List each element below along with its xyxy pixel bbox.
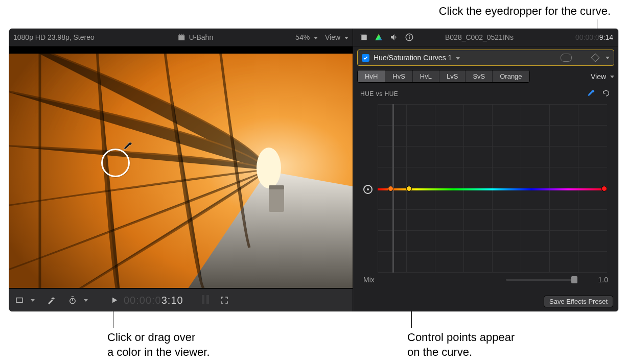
svg-rect-8	[206, 295, 209, 304]
inspector-view-label: View	[591, 72, 606, 81]
viewer-format: 1080p HD 23.98p, Stereo	[13, 33, 95, 41]
curve-tabs: HvH HvS HvL LvS SvS Orange View	[357, 70, 614, 83]
tab-lvs[interactable]: LvS	[439, 70, 466, 82]
loupe-icon	[101, 149, 130, 177]
tab-hvl[interactable]: HvL	[413, 70, 439, 82]
tab-hvs[interactable]: HvS	[385, 70, 413, 82]
inspector-tc-lit: 9:14	[599, 33, 613, 41]
svg-rect-4	[269, 185, 284, 189]
mix-value: 1.0	[588, 276, 608, 284]
control-point[interactable]	[406, 186, 412, 191]
retime-icon[interactable]	[67, 295, 78, 305]
svg-rect-5	[16, 298, 22, 303]
effect-name[interactable]: Hue/Saturation Curves 1	[374, 54, 556, 62]
effect-enabled-checkbox[interactable]	[362, 54, 369, 62]
video-inspector-icon[interactable]	[358, 32, 368, 42]
crop-menu-icon[interactable]	[14, 295, 25, 305]
svg-rect-14	[409, 37, 410, 39]
annotation-viewer-l1: Click or drag over	[107, 331, 195, 344]
viewer-top-bar: 1080p HD 23.98p, Stereo U-Bahn 54% View	[9, 29, 353, 46]
curve-title: HUE vs HUE	[360, 90, 398, 98]
eyedropper-icon	[122, 141, 133, 153]
inspector-top-bar: B028_C002_0521INs 00:00:09:14	[353, 29, 618, 46]
svg-point-2	[257, 148, 281, 188]
transport-timecode: 00:00:03:10	[124, 295, 183, 306]
eyedropper-cursor	[101, 149, 132, 179]
svg-rect-7	[202, 295, 204, 304]
effect-header[interactable]: Hue/Saturation Curves 1	[357, 50, 614, 66]
audio-meter	[201, 293, 211, 308]
hue-gradient	[378, 188, 607, 190]
save-effects-preset-button[interactable]: Save Effects Preset	[544, 296, 613, 307]
chevron-down-icon	[344, 37, 348, 39]
slider-thumb[interactable]	[571, 276, 577, 283]
fullscreen-icon[interactable]	[219, 295, 229, 305]
effect-name-label: Hue/Saturation Curves 1	[374, 54, 452, 62]
curve-eyedropper-icon[interactable]	[586, 89, 596, 99]
control-point[interactable]	[388, 186, 393, 191]
chevron-down-icon	[84, 299, 88, 302]
audio-inspector-icon[interactable]	[389, 32, 399, 42]
annotation-viewer-l2: a color in the viewer.	[107, 346, 210, 358]
tab-svs[interactable]: SvS	[466, 70, 493, 82]
viewer-view-label: View	[325, 33, 340, 41]
mix-label: Mix	[363, 276, 375, 284]
svg-rect-15	[409, 35, 410, 36]
clapperboard-icon	[177, 32, 187, 42]
mix-row: Mix 1.0	[353, 273, 618, 284]
info-inspector-icon[interactable]	[404, 32, 414, 42]
annotation-viewer: Click or drag over a color in the viewer…	[107, 330, 210, 359]
inspector-tc-dim: 00:00:0	[575, 33, 599, 41]
control-point[interactable]	[601, 186, 607, 191]
chevron-down-icon	[606, 57, 610, 59]
color-inspector-icon[interactable]	[374, 32, 384, 42]
annotation-control-points: Control points appear on the curve.	[407, 330, 515, 359]
timecode-lit: 3:10	[161, 295, 183, 306]
inspector-pane: B028_C002_0521INs 00:00:09:14 Hue/Satura…	[353, 29, 618, 311]
viewer-pane: 1080p HD 23.98p, Stereo U-Bahn 54% View	[9, 29, 353, 311]
keyframe-icon[interactable]	[591, 54, 600, 62]
inspector-clip-name: B028_C002_0521INs	[445, 33, 514, 41]
chevron-down-icon	[314, 37, 318, 39]
play-icon[interactable]	[109, 295, 120, 305]
annotation-cp-l1: Control points appear	[407, 331, 515, 344]
inspector-timecode: 00:00:09:14	[575, 33, 613, 41]
viewer-canvas[interactable]	[9, 46, 353, 288]
annotation-eyedropper: Click the eyedropper for the curve.	[304, 4, 611, 19]
tab-orange[interactable]: Orange	[493, 70, 529, 82]
viewer-zoom-value: 54%	[295, 33, 310, 41]
inspector-view-menu[interactable]: View	[591, 72, 614, 81]
viewer-clip-name: U-Bahn	[189, 33, 213, 41]
svg-marker-12	[375, 34, 382, 40]
chevron-down-icon	[610, 76, 614, 78]
curve-axis-marker	[363, 185, 373, 194]
mix-slider[interactable]	[506, 279, 577, 281]
chevron-down-icon	[456, 57, 460, 60]
app-frame: 1080p HD 23.98p, Stereo U-Bahn 54% View	[9, 29, 618, 311]
curve-header: HUE vs HUE	[353, 83, 618, 102]
mask-icon[interactable]	[561, 54, 572, 62]
svg-rect-3	[269, 186, 284, 212]
tab-hvh[interactable]: HvH	[358, 70, 385, 82]
viewer-view-menu[interactable]: View	[325, 33, 348, 41]
curve-tab-segment: HvH HvS HvL LvS SvS Orange	[357, 70, 530, 83]
reset-icon[interactable]	[601, 89, 611, 99]
enhance-icon[interactable]	[46, 295, 56, 305]
viewer-zoom[interactable]: 54%	[295, 33, 318, 41]
svg-rect-10	[360, 35, 361, 40]
chevron-down-icon	[31, 299, 35, 302]
transport-bar: 00:00:03:10	[9, 288, 353, 311]
curve-plot[interactable]	[378, 104, 607, 273]
viewer-image	[9, 54, 353, 288]
annotation-cp-l2: on the curve.	[407, 346, 472, 358]
timecode-dim: 00:00:0	[124, 295, 161, 306]
